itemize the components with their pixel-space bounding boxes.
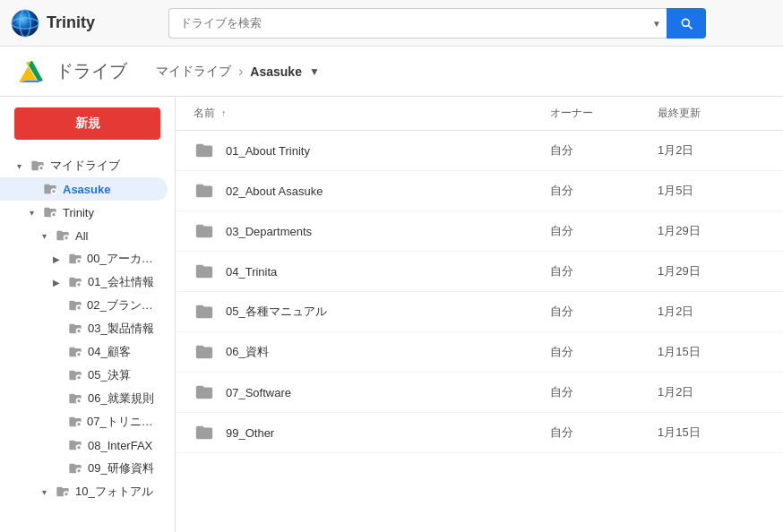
- sidebar-item-06[interactable]: 06_就業規則: [0, 387, 168, 410]
- sort-icon: ↑: [221, 108, 226, 118]
- file-folder-icon: [194, 220, 215, 242]
- file-name: 99_Other: [226, 426, 550, 440]
- sidebar-item-asasuke[interactable]: Asasuke: [0, 177, 168, 201]
- column-name: 名前 ↑: [194, 106, 550, 121]
- sidebar-label-03: 03_製品情報: [88, 321, 154, 337]
- sidebar-label-08: 08_InterFAX: [88, 439, 152, 452]
- folder-icon-all: [55, 227, 71, 244]
- tree-toggle-all: ▾: [38, 231, 50, 241]
- file-date: 1月15日: [658, 425, 765, 441]
- search-icon: [679, 16, 693, 30]
- drive-logo: ドライブ: [18, 57, 127, 86]
- tree-toggle-00: ▶: [50, 254, 63, 264]
- table-row[interactable]: 05_各種マニュアル自分1月2日: [176, 292, 783, 332]
- breadcrumb-root[interactable]: マイドライブ: [156, 64, 231, 80]
- folder-icon-08: [67, 437, 83, 453]
- file-owner: 自分: [550, 263, 658, 279]
- file-folder-icon: [194, 180, 215, 202]
- file-folder-icon: [194, 382, 215, 403]
- sidebar-tree: ▾マイドライブAsasuke▾Trinity▾All▶00_アーカイブ▶01_会…: [0, 154, 175, 503]
- sidebar-label-06: 06_就業規則: [88, 390, 154, 407]
- sidebar-label-trinity: Trinity: [63, 206, 94, 219]
- table-row[interactable]: 01_About Trinity自分1月2日: [176, 131, 783, 171]
- file-folder-icon: [194, 140, 215, 161]
- folder-icon-02: [67, 297, 82, 313]
- table-row[interactable]: 06_資料自分1月15日: [176, 332, 783, 373]
- search-input-wrap: ▼: [168, 8, 667, 39]
- table-row[interactable]: 04_Trinita自分1月29日: [176, 252, 783, 292]
- file-folder-icon: [194, 341, 215, 363]
- folder-icon-05: [67, 367, 83, 383]
- table-row[interactable]: 99_Other自分1月15日: [176, 413, 783, 453]
- sidebar-item-trinity[interactable]: ▾Trinity: [0, 201, 168, 224]
- logo-area: Trinity: [11, 9, 154, 38]
- topbar: Trinity ▼: [0, 0, 783, 47]
- sidebar-label-asasuke: Asasuke: [63, 183, 110, 196]
- breadcrumb-dropdown-icon[interactable]: ▼: [309, 65, 320, 78]
- file-name: 05_各種マニュアル: [226, 304, 550, 320]
- content-area: 名前 ↑ オーナー 最終更新 01_About Trinity自分1月2日02_…: [176, 97, 783, 532]
- search-dropdown-button[interactable]: ▼: [652, 18, 661, 28]
- folder-icon-trinity: [42, 204, 58, 220]
- file-name: 03_Departments: [226, 225, 550, 238]
- sidebar-label-02: 02_ブランド情: [87, 297, 160, 313]
- folder-icon-07: [67, 414, 82, 430]
- trinity-logo-icon: [11, 9, 39, 38]
- sidebar-item-my-drive[interactable]: ▾マイドライブ: [0, 154, 168, 177]
- table-row[interactable]: 07_Software自分1月2日: [176, 373, 783, 413]
- folder-icon-03: [67, 321, 83, 337]
- sidebar: 新規 ▾マイドライブAsasuke▾Trinity▾All▶00_アーカイブ▶0…: [0, 97, 176, 532]
- file-folder-icon: [194, 301, 215, 322]
- sidebar-item-00[interactable]: ▶00_アーカイブ: [0, 247, 168, 270]
- sidebar-label-all: All: [75, 229, 88, 243]
- content-header: 名前 ↑ オーナー 最終更新: [176, 97, 783, 131]
- sidebar-item-09[interactable]: 09_研修資料: [0, 457, 168, 480]
- sidebar-item-all[interactable]: ▾All: [0, 224, 168, 247]
- sidebar-item-04[interactable]: 04_顧客: [0, 340, 168, 364]
- main-layout: 新規 ▾マイドライブAsasuke▾Trinity▾All▶00_アーカイブ▶0…: [0, 97, 783, 532]
- search-input[interactable]: [168, 8, 667, 39]
- folder-icon-04: [67, 344, 83, 360]
- new-button[interactable]: 新規: [14, 107, 160, 140]
- column-date: 最終更新: [658, 106, 765, 121]
- drive-logo-icon: [18, 57, 47, 86]
- sidebar-item-08[interactable]: 08_InterFAX: [0, 433, 168, 457]
- sidebar-item-10[interactable]: ▾10_フォトアル: [0, 480, 168, 503]
- breadcrumb-separator: ›: [238, 64, 243, 80]
- tree-toggle-10: ▾: [38, 487, 50, 497]
- file-date: 1月2日: [658, 384, 765, 400]
- sidebar-label-01: 01_会社情報: [88, 274, 154, 290]
- folder-icon-my-drive: [30, 158, 46, 174]
- folder-icon-01: [67, 274, 83, 290]
- tree-toggle-trinity: ▾: [25, 208, 38, 218]
- file-date: 1月15日: [658, 344, 765, 360]
- breadcrumb-current[interactable]: Asasuke: [250, 64, 302, 79]
- file-owner: 自分: [550, 183, 658, 199]
- file-date: 1月29日: [658, 263, 765, 279]
- sidebar-item-05[interactable]: 05_決算: [0, 364, 168, 387]
- folder-icon-09: [67, 460, 83, 476]
- folder-icon-asasuke: [42, 181, 58, 197]
- col-name-label: 名前: [194, 107, 215, 119]
- sidebar-item-07[interactable]: 07_トリニティ: [0, 410, 168, 433]
- file-owner: 自分: [550, 425, 658, 441]
- file-folder-icon: [194, 261, 215, 282]
- table-row[interactable]: 02_About Asasuke自分1月5日: [176, 171, 783, 211]
- folder-icon-10: [55, 484, 71, 500]
- sidebar-label-10: 10_フォトアル: [75, 484, 153, 500]
- table-row[interactable]: 03_Departments自分1月29日: [176, 211, 783, 252]
- file-owner: 自分: [550, 344, 658, 360]
- svg-point-0: [12, 10, 39, 37]
- sidebar-item-01[interactable]: ▶01_会社情報: [0, 270, 168, 294]
- file-name: 01_About Trinity: [226, 144, 550, 158]
- sidebar-item-03[interactable]: 03_製品情報: [0, 317, 168, 340]
- drive-title: ドライブ: [56, 59, 127, 83]
- sidebar-label-07: 07_トリニティ: [87, 414, 160, 430]
- file-name: 04_Trinita: [226, 265, 550, 279]
- search-button[interactable]: [667, 8, 706, 39]
- file-name: 07_Software: [226, 386, 550, 399]
- breadcrumb: マイドライブ › Asasuke ▼: [156, 64, 320, 80]
- file-owner: 自分: [550, 223, 658, 239]
- sidebar-item-02[interactable]: 02_ブランド情: [0, 294, 168, 317]
- tree-toggle-my-drive: ▾: [13, 161, 25, 171]
